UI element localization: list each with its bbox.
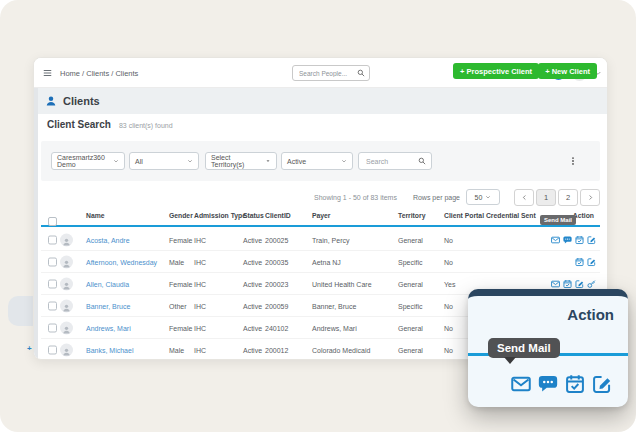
person-icon xyxy=(62,259,71,268)
cell-territory: Specific xyxy=(398,302,423,309)
row-actions xyxy=(551,279,596,288)
pagination-next[interactable] xyxy=(580,189,600,206)
screenshot-canvas: + Home / Clients / Clients ? Clients + P… xyxy=(0,0,636,432)
cell-gender: Female xyxy=(169,324,192,331)
key-icon[interactable] xyxy=(587,279,596,288)
global-search-box[interactable] xyxy=(292,65,370,81)
cell-client_id: 200012 xyxy=(265,346,288,353)
cell-admission: IHC xyxy=(194,236,206,243)
client-count: 83 client(s) found xyxy=(119,122,173,129)
cell-client_id: 200023 xyxy=(265,280,288,287)
row-checkbox[interactable] xyxy=(48,235,57,244)
search-icon[interactable] xyxy=(357,69,365,77)
column-header-payer: Payer xyxy=(312,212,331,219)
cell-territory: General xyxy=(398,324,423,331)
calendar-icon[interactable] xyxy=(575,257,584,266)
edit-icon[interactable] xyxy=(575,279,584,288)
client-name-link[interactable]: Acosta, Andre xyxy=(86,236,130,243)
cell-payer: Andrews, Mari xyxy=(312,324,357,331)
client-name-link[interactable]: Banner, Bruce xyxy=(86,302,130,309)
chevron-right-icon xyxy=(587,194,594,201)
category-dropdown-value: All xyxy=(135,158,143,165)
territory-dropdown[interactable]: Select Territory(s) xyxy=(205,152,277,170)
hamburger-menu-icon[interactable] xyxy=(42,68,53,78)
column-header-terr: Territory xyxy=(398,212,425,219)
edit-icon[interactable] xyxy=(587,235,596,244)
row-checkbox[interactable] xyxy=(48,301,57,310)
cell-credential_sent: No xyxy=(444,236,453,243)
rows-per-page-label: Rows per page xyxy=(413,194,460,201)
avatar xyxy=(60,233,73,246)
calendar-icon[interactable] xyxy=(563,279,572,288)
edit-icon[interactable] xyxy=(587,257,596,266)
pagination-page-1[interactable]: 1 xyxy=(536,189,556,206)
cell-client_id: 200025 xyxy=(265,236,288,243)
breadcrumb[interactable]: Home / Clients / Clients xyxy=(60,69,138,78)
column-header-adm: Admission Type xyxy=(194,212,246,219)
category-dropdown[interactable]: All xyxy=(129,152,199,170)
client-name-link[interactable]: Banks, Michael xyxy=(86,346,133,353)
client-search-section: Client Search 83 client(s) found xyxy=(47,119,173,130)
column-header-action: Action xyxy=(573,212,594,219)
global-search-input[interactable] xyxy=(297,69,357,78)
cell-gender: Male xyxy=(169,346,184,353)
status-dropdown[interactable]: Active xyxy=(281,152,353,170)
more-options-icon[interactable] xyxy=(568,155,578,167)
cell-client_id: 200035 xyxy=(265,258,288,265)
callout-action-icons xyxy=(511,374,612,394)
chevron-down-icon xyxy=(187,158,193,164)
mail-icon xyxy=(511,374,531,394)
avatar xyxy=(60,343,73,356)
cell-credential_sent: No xyxy=(444,302,453,309)
avatar xyxy=(60,321,73,334)
client-name-link[interactable]: Allen, Claudia xyxy=(86,280,129,287)
column-header-gender: Gender xyxy=(169,212,193,219)
calendar-icon xyxy=(565,374,585,394)
avatar xyxy=(60,299,73,312)
client-name-link[interactable]: Andrews, Mari xyxy=(86,324,131,331)
mail-icon[interactable] xyxy=(551,235,560,244)
row-checkbox[interactable] xyxy=(48,279,57,288)
cell-status: Active xyxy=(243,236,262,243)
section-title: Client Search xyxy=(47,119,111,130)
page-title: Clients xyxy=(63,95,100,107)
row-checkbox[interactable] xyxy=(48,323,57,332)
cell-territory: General xyxy=(398,236,423,243)
prospective-client-button[interactable]: + Prospective Client xyxy=(453,63,539,79)
client-search-box[interactable] xyxy=(358,152,432,170)
cell-admission: IHC xyxy=(194,258,206,265)
callout-action-header: Action xyxy=(567,306,614,323)
cell-gender: Female xyxy=(169,280,192,287)
rows-per-page-select[interactable]: 50 xyxy=(466,189,500,205)
cell-status: Active xyxy=(243,346,262,353)
pagination-page-2[interactable]: 2 xyxy=(558,189,578,206)
agency-dropdown-value: Caresmartz360 Demo xyxy=(57,154,110,168)
search-icon[interactable] xyxy=(418,157,426,165)
cell-payer: United Health Care xyxy=(312,280,372,287)
table-header: NameGenderAdmission TypeStatusClientIDPa… xyxy=(41,206,600,227)
pagination-prev[interactable] xyxy=(514,189,534,206)
new-client-button[interactable]: + New Client xyxy=(538,63,597,79)
client-name-link[interactable]: Afternoon, Wednesday xyxy=(86,258,157,265)
cell-territory: General xyxy=(398,280,423,287)
agency-dropdown[interactable]: Caresmartz360 Demo xyxy=(51,152,125,170)
mail-icon[interactable] xyxy=(551,279,560,288)
caret-down-icon xyxy=(265,158,271,164)
person-icon xyxy=(62,303,71,312)
send-mail-tooltip: Send Mail xyxy=(540,215,576,225)
row-checkbox[interactable] xyxy=(48,345,57,354)
client-search-input[interactable] xyxy=(364,157,418,166)
column-header-name: Name xyxy=(86,212,105,219)
select-all-checkbox[interactable] xyxy=(48,217,57,226)
person-icon xyxy=(62,237,71,246)
avatar xyxy=(60,255,73,268)
person-icon xyxy=(62,347,71,356)
cell-credential_sent: No xyxy=(444,258,453,265)
calendar-icon[interactable] xyxy=(575,235,584,244)
cell-credential_sent: Yes xyxy=(444,280,455,287)
pagination: 12 xyxy=(514,189,600,206)
cursor-mark: + xyxy=(27,344,32,353)
row-checkbox[interactable] xyxy=(48,257,57,266)
chat-icon[interactable] xyxy=(563,235,572,244)
edit-icon xyxy=(592,374,612,394)
